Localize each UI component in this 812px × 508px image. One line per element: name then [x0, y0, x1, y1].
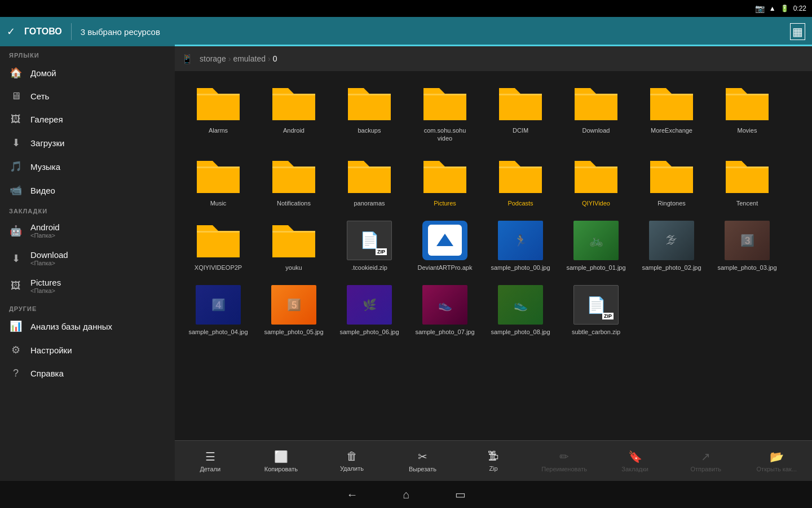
file-photo-01[interactable]: 🚲 sample_photo_01.jpg — [559, 215, 633, 277]
device-icon: 📱 — [182, 54, 193, 64]
file-subtle-carbon-zip[interactable]: 📄 ZIP subtle_carbon.zip — [559, 279, 633, 341]
back-button[interactable]: ← — [346, 488, 358, 501]
folder-qiyivideo[interactable]: QIYIVideo — [559, 151, 633, 213]
other-label: ДРУГИЕ — [0, 300, 175, 314]
folder-youku[interactable]: youku — [257, 215, 330, 277]
details-icon: ☰ — [205, 450, 215, 463]
svg-marker-40 — [575, 161, 617, 193]
file-deviantart-apk[interactable]: DeviantARTPro.apk — [408, 215, 482, 277]
sidebar-item-downloads[interactable]: ⬇ Загрузки — [0, 131, 175, 155]
sidebar-item-db-analysis[interactable]: 📊 Анализ базы данных — [0, 314, 175, 338]
folder-ringtones[interactable]: Ringtones — [635, 151, 708, 213]
screen-icon: 📷 — [755, 4, 765, 13]
music-icon: 🎵 — [9, 160, 23, 173]
svg-rect-17 — [575, 94, 617, 95]
gallery-icon: 🖼 — [9, 113, 23, 125]
download-icon: ⬇ — [9, 252, 23, 265]
android-sub: <Папка> — [30, 232, 166, 239]
folder-dcim[interactable]: DCIM — [484, 78, 557, 148]
file-photo-00[interactable]: 🏃 sample_photo_00.jpg — [484, 215, 557, 277]
folder-backups[interactable]: backups — [333, 78, 406, 148]
folder-qiyivideo-name: QIYIVideo — [582, 199, 610, 207]
sidebar-item-video[interactable]: 📹 Видео — [0, 178, 175, 202]
sidebar-item-android[interactable]: 🤖 Android <Папка> — [0, 217, 175, 244]
tool-zip[interactable]: 🗜 Zip — [458, 441, 529, 481]
sidebar-item-help[interactable]: ? Справка — [0, 362, 175, 385]
bookmarks-label: Закладки — [621, 466, 648, 472]
file-tcookieid-zip[interactable]: 📄 ZIP .tcookieid.zip — [333, 215, 406, 277]
check-icon: ✓ — [7, 25, 15, 38]
svg-rect-11 — [423, 94, 466, 95]
bookmarks-label: ЗАКЛАДКИ — [0, 202, 175, 217]
progress-bar — [175, 45, 812, 46]
tool-copy[interactable]: ⬜ Копировать — [246, 441, 317, 481]
tool-open-as[interactable]: 📂 Открыть как... — [742, 441, 813, 481]
folder-tencent[interactable]: Tencent — [710, 151, 784, 213]
home-button[interactable]: ⌂ — [403, 488, 409, 501]
send-icon: ↗ — [701, 450, 710, 463]
file-photo-05[interactable]: 5️⃣ sample_photo_05.jpg — [257, 279, 330, 341]
sidebar-item-home[interactable]: 🏠 Домой — [0, 61, 175, 85]
photo-04-thumbnail: 4️⃣ — [196, 285, 241, 325]
folder-xqiyivideop2p[interactable]: XQIYIVIDEOP2P — [182, 215, 255, 277]
breadcrumb-storage[interactable]: storage — [200, 54, 226, 63]
folder-xqiyivideop2p-name: XQIYIVIDEOP2P — [195, 264, 242, 271]
sidebar-item-network[interactable]: 🖥 Сеть — [0, 85, 175, 108]
folder-moreexchange[interactable]: MoreExchange — [635, 78, 708, 148]
folder-android-name: Android — [283, 126, 304, 134]
tool-cut[interactable]: ✂ Вырезать — [387, 441, 458, 481]
sidebar-item-settings[interactable]: ⚙ Настройки — [0, 338, 175, 362]
folder-music[interactable]: Music — [182, 151, 255, 213]
svg-marker-10 — [423, 88, 466, 120]
pictures-sub: <Папка> — [30, 287, 166, 294]
folder-pictures[interactable]: Pictures — [408, 151, 482, 213]
file-photo-08-name: sample_photo_08.jpg — [491, 328, 550, 336]
file-photo-02-name: sample_photo_02.jpg — [642, 264, 701, 271]
folder-alarms[interactable]: Alarms — [182, 78, 255, 148]
file-photo-04[interactable]: 4️⃣ sample_photo_04.jpg — [182, 279, 255, 341]
svg-rect-29 — [272, 167, 315, 168]
folder-notifications[interactable]: Notifications — [257, 151, 330, 213]
recents-button[interactable]: ▭ — [455, 488, 466, 501]
home-icon: 🏠 — [9, 67, 23, 79]
folder-youku-name: youku — [285, 264, 302, 271]
tool-rename[interactable]: ✏ Переименовать — [529, 441, 600, 481]
folder-android[interactable]: Android — [257, 78, 330, 148]
file-photo-08[interactable]: 👟 sample_photo_08.jpg — [484, 279, 557, 341]
file-photo-02[interactable]: 🌫 sample_photo_02.jpg — [635, 215, 708, 277]
folder-dcim-name: DCIM — [513, 126, 528, 134]
file-subtle-carbon-name: subtle_carbon.zip — [572, 328, 620, 336]
file-photo-05-name: sample_photo_05.jpg — [264, 328, 323, 336]
svg-marker-7 — [348, 88, 391, 120]
sidebar-item-gallery[interactable]: 🖼 Галерея — [0, 108, 175, 131]
file-photo-03[interactable]: 3️⃣ sample_photo_03.jpg — [710, 215, 784, 277]
svg-rect-35 — [423, 167, 466, 168]
tool-bookmarks[interactable]: 🔖 Закладки — [599, 441, 670, 481]
sidebar-item-music[interactable]: 🎵 Музыка — [0, 155, 175, 178]
sidebar-item-pictures[interactable]: 🖼 Pictures <Папка> — [0, 272, 175, 300]
sidebar-item-download[interactable]: ⬇ Download <Папка> — [0, 244, 175, 272]
folder-podcasts[interactable]: Podcasts — [484, 151, 557, 213]
tool-details[interactable]: ☰ Детали — [175, 441, 246, 481]
folder-panoramas[interactable]: panoramas — [333, 151, 406, 213]
file-photo-04-name: sample_photo_04.jpg — [188, 328, 248, 336]
folder-movies[interactable]: Movies — [710, 78, 784, 148]
pictures-icon: 🖼 — [9, 280, 23, 292]
breadcrumb-emulated[interactable]: emulated — [233, 54, 266, 63]
zip-label: Zip — [489, 465, 497, 472]
folder-sohu-name: com.sohu.sohuvideo — [424, 126, 466, 143]
sidebar-network-label: Сеть — [30, 91, 166, 101]
folder-pictures-name: Pictures — [434, 199, 456, 207]
toolbar-divider — [71, 23, 72, 40]
done-button[interactable]: ГОТОВО — [24, 27, 62, 37]
folder-sohu[interactable]: com.sohu.sohuvideo — [408, 78, 482, 148]
file-photo-06[interactable]: 🌿 sample_photo_06.jpg — [333, 279, 406, 341]
file-browser: 📱 storage › emulated › 0 Alarms Android … — [175, 46, 812, 481]
grid-view-button[interactable]: ▦ — [790, 23, 805, 40]
tool-send[interactable]: ↗ Отправить — [670, 441, 742, 481]
file-photo-07[interactable]: 👟 sample_photo_07.jpg — [408, 279, 482, 341]
copy-icon: ⬜ — [274, 450, 288, 463]
svg-marker-34 — [423, 161, 466, 193]
tool-delete[interactable]: 🗑 Удалить — [316, 441, 387, 481]
folder-download[interactable]: Download — [559, 78, 633, 148]
